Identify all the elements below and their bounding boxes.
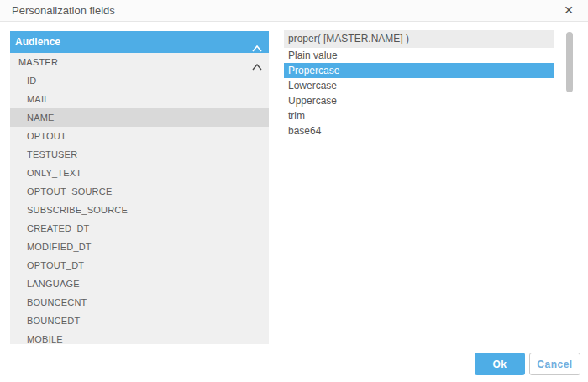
tree-item-label: NAME [27, 113, 55, 123]
tree-item-label: CREATED_DT [27, 223, 90, 233]
cancel-button[interactable]: Cancel [529, 353, 580, 375]
tree-item-label: OPTOUT_SOURCE [27, 186, 112, 196]
tree-item-optout-source[interactable]: OPTOUT_SOURCE [10, 182, 269, 201]
tree-item-bouncecnt[interactable]: BOUNCECNT [10, 293, 269, 311]
tree-item-label: BOUNCEDT [27, 316, 80, 326]
tree-item-label: LANGUAGE [27, 279, 80, 289]
tree-item-label: TESTUSER [27, 149, 77, 160]
tree-item-optout-dt[interactable]: OPTOUT_DT [10, 256, 269, 275]
tree-header-label: Audience [15, 36, 60, 48]
tree-item-created-dt[interactable]: CREATED_DT [10, 219, 269, 238]
tree-item-id[interactable]: ID [10, 71, 269, 90]
option-propercase[interactable]: Propercase [284, 63, 554, 78]
tree-item-modified-dt[interactable]: MODIFIED_DT [10, 238, 269, 256]
tree-item-label: ID [27, 76, 36, 86]
tree-item-mobile[interactable]: MOBILE [10, 330, 269, 344]
expression-input[interactable] [284, 30, 554, 48]
tree-item-only-text[interactable]: ONLY_TEXT [10, 164, 269, 182]
tree-item-testuser[interactable]: TESTUSER [10, 145, 269, 164]
option-base64[interactable]: base64 [284, 123, 554, 139]
tree-item-label: BOUNCECNT [27, 297, 87, 307]
tree-item-master[interactable]: MASTER [10, 53, 269, 71]
tree-item-label: MASTER [18, 57, 58, 67]
tree-item-label: OPTOUT_DT [27, 260, 84, 270]
tree-item-name[interactable]: NAME [10, 108, 269, 127]
option-uppercase[interactable]: Uppercase [284, 93, 554, 108]
tree-item-mail[interactable]: MAIL [10, 90, 269, 108]
tree-item-subscribe-source[interactable]: SUBSCRIBE_SOURCE [10, 201, 269, 219]
audience-tree-panel: Audience MASTER ID MAIL NAME OPTOUT TEST… [10, 31, 269, 344]
tree-header-audience[interactable]: Audience [10, 31, 269, 53]
tree-item-label: MOBILE [27, 334, 63, 344]
option-trim[interactable]: trim [284, 108, 554, 123]
scrollbar-thumb[interactable] [566, 32, 573, 92]
tree-item-language[interactable]: LANGUAGE [10, 275, 269, 293]
tree-item-label: MAIL [27, 94, 49, 104]
tree-item-bouncedt[interactable]: BOUNCEDT [10, 311, 269, 330]
dialog-titlebar: Personalization fields ✕ [0, 0, 588, 22]
option-lowercase[interactable]: Lowercase [284, 78, 554, 93]
personalization-fields-dialog: Personalization fields ✕ Audience MASTER… [0, 0, 588, 382]
tree-item-label: SUBSCRIBE_SOURCE [27, 205, 128, 215]
option-plain-value[interactable]: Plain value [284, 48, 554, 63]
tree-item-label: OPTOUT [27, 131, 66, 141]
tree-item-label: MODIFIED_DT [27, 242, 92, 252]
format-options-list: Plain value Propercase Lowercase Upperca… [284, 48, 554, 139]
close-icon[interactable]: ✕ [560, 1, 577, 19]
tree-item-optout[interactable]: OPTOUT [10, 127, 269, 145]
ok-button[interactable]: Ok [475, 353, 525, 375]
dialog-title: Personalization fields [12, 0, 115, 22]
tree-body: MASTER ID MAIL NAME OPTOUT TESTUSER ONLY… [10, 53, 269, 344]
tree-item-label: ONLY_TEXT [27, 168, 81, 178]
